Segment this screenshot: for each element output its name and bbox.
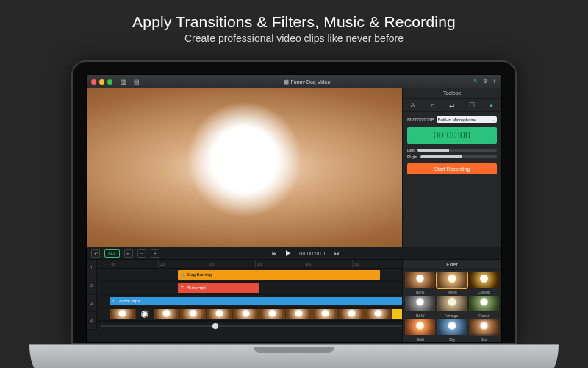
tab-snapshot-icon[interactable]: ☐ <box>467 102 477 109</box>
zoom-out-button[interactable]: − <box>137 249 146 258</box>
level-right-meter <box>420 155 497 158</box>
transition-icon[interactable]: ✺ <box>136 309 154 319</box>
speaker-icon: 🔉 <box>181 272 185 277</box>
skip-back-icon[interactable]: ⏮ <box>272 251 277 256</box>
toolbox-title: Toolbox <box>403 88 501 99</box>
ruler-tick: 10s <box>158 260 166 268</box>
track-header-1[interactable]: 1 <box>87 260 96 277</box>
filter-all-chip[interactable]: ALL <box>104 249 120 258</box>
maximize-icon[interactable] <box>107 79 112 85</box>
clip-thumbnail <box>180 309 207 319</box>
marketing-headline: Apply Transitions & Filters, Music & Rec… <box>0 13 588 31</box>
filter-blur[interactable]: Blur <box>469 319 499 342</box>
undo-button[interactable]: ↶ <box>91 249 100 258</box>
chevron-down-icon: ⌄ <box>492 117 495 122</box>
clip-thumbnail <box>286 309 312 319</box>
preview-frame <box>87 88 402 247</box>
skip-forward-icon[interactable]: ⏭ <box>334 251 340 256</box>
settings-icon[interactable]: ⚙ <box>483 79 487 85</box>
start-recording-button[interactable]: Start Recording <box>407 163 497 174</box>
clip-thumbnail <box>259 309 286 319</box>
text-icon: T <box>181 286 185 290</box>
close-icon[interactable] <box>91 79 96 85</box>
tab-text-icon[interactable]: A <box>407 102 417 109</box>
track-header-2[interactable]: 2 <box>87 277 96 295</box>
start-recording-label: Start Recording <box>434 166 470 171</box>
filter-bw[interactable]: B&W <box>405 296 435 318</box>
clapperboard-icon <box>284 79 289 85</box>
filter-forest[interactable]: Forest <box>469 296 499 318</box>
filter-title: Filter <box>403 260 501 270</box>
clip-thumbnail <box>365 309 392 319</box>
minimize-icon[interactable] <box>99 79 104 85</box>
window-titlebar: ▥ ▤ Funny Dog Video ✎ ⚙ ⇪ <box>87 75 501 88</box>
ruler-tick: 0s <box>110 260 115 268</box>
play-button[interactable] <box>286 250 290 256</box>
clip-thumbnail <box>339 309 365 319</box>
cut-button[interactable]: ✂ <box>124 249 133 258</box>
ruler-tick: 20s <box>207 260 215 268</box>
microphone-label: Microphone <box>407 117 434 122</box>
microphone-value: Built-in Microphone <box>438 118 476 122</box>
tab-record-icon[interactable]: ● <box>487 102 497 109</box>
filter-panel: Filter None Warm Classic B&W Vintage For… <box>402 260 501 342</box>
transport-bar: ↶ ALL ✂ − ＋ ⏮ 00:00:00.1 ⏭ <box>87 247 501 260</box>
clip-thumbnail <box>312 309 339 319</box>
video-preview[interactable] <box>87 88 402 247</box>
audio-clip-dog-barking[interactable]: 🔉 Dog Barking <box>178 270 380 280</box>
clip-thumbnail <box>207 309 233 319</box>
filter-warm[interactable]: Warm <box>437 272 467 294</box>
clip-label: Subscript <box>187 286 206 290</box>
tab-transitions-icon[interactable]: ⇄ <box>447 102 457 109</box>
clip-label: Zoom.mp3 <box>119 299 140 303</box>
filter-vintage[interactable]: Vintage <box>437 296 467 318</box>
import-icon[interactable]: ▤ <box>133 78 140 85</box>
ruler-tick: 50s <box>352 260 360 268</box>
marketing-subhead: Create professional video clips like nev… <box>0 32 588 44</box>
project-title: Funny Dog Video <box>291 79 331 85</box>
level-right-label: Right <box>407 155 417 159</box>
recording-timecode: 00:00:00 <box>407 127 497 144</box>
clip-label: Dog Barking <box>187 272 212 277</box>
playhead-timecode: 00:00:00.1 <box>299 251 326 256</box>
filter-gold[interactable]: Gold <box>405 319 435 342</box>
clip-thumbnail <box>110 309 136 319</box>
clip-thumbnail <box>154 309 180 319</box>
filter-sky[interactable]: Sky <box>437 319 467 342</box>
export-icon[interactable]: ⇪ <box>492 79 497 85</box>
edit-icon[interactable]: ✎ <box>473 79 478 85</box>
track-header-4[interactable]: 4 <box>87 312 96 330</box>
laptop-frame: ▥ ▤ Funny Dog Video ✎ ⚙ ⇪ Toolbox A ♫ ⇄ <box>71 60 517 344</box>
marketing-copy: Apply Transitions & Filters, Music & Rec… <box>0 0 588 44</box>
clip-thumbnail <box>233 309 259 319</box>
microphone-select[interactable]: Built-in Microphone ⌄ <box>437 116 497 123</box>
laptop-keyboard <box>29 344 559 368</box>
tab-music-icon[interactable]: ♫ <box>427 102 437 109</box>
ruler-tick: 40s <box>304 260 312 268</box>
filter-classic[interactable]: Classic <box>469 272 499 294</box>
zoom-in-button[interactable]: ＋ <box>151 249 159 258</box>
library-icon[interactable]: ▥ <box>120 78 127 85</box>
ruler-tick: 30s <box>255 260 263 268</box>
level-left-meter <box>417 149 497 152</box>
scrollbar-thumb[interactable] <box>212 323 218 329</box>
toolbox-panel: Toolbox A ♫ ⇄ ☐ ● Microphone Built-in Mi… <box>402 88 501 247</box>
music-icon: ♪ <box>112 299 117 303</box>
level-left-label: Left <box>407 148 415 152</box>
traffic-lights[interactable] <box>91 79 112 85</box>
track-header-3[interactable]: 3 <box>87 295 96 313</box>
filter-none[interactable]: None <box>405 272 435 294</box>
text-clip-subscript[interactable]: T Subscript <box>178 283 259 293</box>
